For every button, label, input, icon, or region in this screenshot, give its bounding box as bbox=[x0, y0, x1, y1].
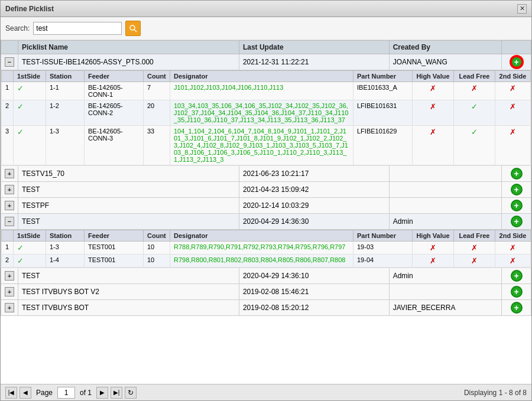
item-count: 7 bbox=[144, 82, 170, 100]
first-page-button[interactable]: |◀ bbox=[5, 387, 17, 399]
item-count: 20 bbox=[144, 100, 170, 126]
created-by-cell: Admin bbox=[389, 268, 501, 284]
expand-cell: + bbox=[1, 268, 18, 284]
item-firstside: ✓ bbox=[14, 126, 46, 165]
picklist-name-cell: TESTPF bbox=[18, 198, 239, 214]
last-update-cell: 2021-04-23 15:09:42 bbox=[239, 182, 389, 198]
expand-button[interactable]: + bbox=[5, 185, 14, 194]
sub-col-leadfree: Lead Free bbox=[454, 230, 495, 242]
picklist-table: Picklist Name Last Update Created By − T… bbox=[1, 40, 531, 316]
refresh-button[interactable]: ↻ bbox=[125, 387, 137, 399]
list-item: 3 ✓ 1-3 BE-142605-CONN-3 33 104_1,104_2,… bbox=[2, 126, 531, 165]
footer: |◀ ◀ Page of 1 ▶ ▶| ↻ Displaying 1 - 8 o… bbox=[1, 384, 531, 400]
add-button[interactable]: + bbox=[511, 200, 523, 211]
add-button[interactable]: + bbox=[511, 286, 523, 298]
expand-button[interactable]: + bbox=[5, 169, 14, 178]
expand-button[interactable]: + bbox=[5, 287, 14, 296]
table-row: + TEST ITVBUYS BOT V2 2019-02-08 15:46:2… bbox=[1, 284, 531, 300]
last-update-cell: 2021-06-23 10:21:17 bbox=[239, 166, 389, 182]
sub-table-row: 1stSide Station Feeder Count Designator … bbox=[1, 230, 531, 268]
picklist-name-cell: TEST ITVBUYS BOT bbox=[18, 300, 239, 316]
next-page-button[interactable]: ▶ bbox=[96, 387, 108, 399]
item-lead-free: ✗ bbox=[454, 82, 495, 100]
expand-button[interactable]: + bbox=[5, 271, 14, 281]
expand-cell: − bbox=[1, 54, 18, 70]
action-cell: + bbox=[502, 268, 531, 284]
svg-line-1 bbox=[134, 30, 137, 32]
item-high-value: ✗ bbox=[413, 100, 454, 126]
sub-col-count: Count bbox=[144, 230, 170, 242]
sub-table: 1stSide Station Feeder Count Designator … bbox=[1, 230, 531, 268]
item-second-side: ✗ bbox=[495, 82, 531, 100]
expand-cell: + bbox=[1, 284, 18, 300]
item-feeder: BE-142605-CONN-3 bbox=[85, 126, 144, 165]
display-count: Displaying 1 - 8 of 8 bbox=[464, 389, 527, 397]
picklist-name-cell: TEST-ISSUE-IBE142605-ASSY_PTS.000 bbox=[18, 54, 239, 70]
created-by-cell bbox=[389, 182, 501, 198]
item-station: 1-1 bbox=[46, 82, 85, 100]
search-icon bbox=[129, 24, 137, 32]
table-row: + TESTPF 2020-12-14 10:03:29 + bbox=[1, 198, 531, 214]
sub-col-feeder: Feeder bbox=[85, 230, 144, 242]
sub-col-leadfree: Lead Free bbox=[454, 71, 495, 82]
expand-cell: − bbox=[1, 214, 18, 230]
page-input[interactable] bbox=[57, 387, 75, 399]
expand-button[interactable]: − bbox=[5, 57, 14, 67]
created-by-cell: JAVIER_BECERRA bbox=[389, 300, 501, 316]
item-station: 1-3 bbox=[46, 126, 85, 165]
add-button[interactable]: + bbox=[511, 184, 523, 195]
expand-button[interactable]: + bbox=[5, 201, 14, 210]
search-button[interactable] bbox=[125, 21, 141, 36]
add-button[interactable]: + bbox=[511, 302, 523, 314]
table-row: + TEST 2021-04-23 15:09:42 + bbox=[1, 182, 531, 198]
item-high-value: ✗ bbox=[413, 242, 454, 255]
created-by-cell bbox=[389, 284, 501, 300]
item-second-side: ✗ bbox=[495, 255, 531, 268]
item-high-value: ✗ bbox=[413, 82, 454, 100]
sub-col-count: Count bbox=[144, 71, 170, 82]
item-count: 33 bbox=[144, 126, 170, 165]
action-cell: + bbox=[502, 166, 531, 182]
expand-button[interactable]: − bbox=[5, 217, 14, 226]
list-item: 2 ✓ 1-2 BE-142605-CONN-2 20 103_34,103_3… bbox=[2, 100, 531, 126]
action-cell: + bbox=[502, 198, 531, 214]
created-by-cell: Admin bbox=[389, 214, 501, 230]
add-button[interactable]: + bbox=[511, 168, 523, 180]
created-by-cell: JOANNA_WANG bbox=[389, 54, 501, 70]
prev-page-button[interactable]: ◀ bbox=[20, 387, 31, 399]
col-expand-header bbox=[1, 41, 18, 54]
sub-table-row: 1stSide Station Feeder Count Designator … bbox=[1, 70, 531, 166]
add-button[interactable]: + bbox=[511, 56, 523, 68]
sub-col-designator: Designator bbox=[170, 71, 353, 82]
list-item: 1 ✓ 1-3 TEST001 10 R788,R789,R790,R791,R… bbox=[2, 242, 531, 255]
last-page-button[interactable]: ▶| bbox=[111, 387, 122, 399]
expand-cell: + bbox=[1, 166, 18, 182]
search-input[interactable] bbox=[33, 22, 122, 35]
last-update-cell: 2020-04-29 14:36:10 bbox=[239, 268, 389, 284]
created-by-cell bbox=[389, 166, 501, 182]
add-button[interactable]: + bbox=[511, 270, 523, 282]
page-label: Page bbox=[36, 389, 53, 397]
picklist-name-cell: TEST bbox=[18, 268, 239, 284]
add-button[interactable]: + bbox=[511, 216, 523, 227]
sub-col-num bbox=[2, 230, 14, 242]
item-designator: 103_34,103_35,106_34,106_35,J102_34,J102… bbox=[170, 100, 353, 126]
item-second-side: ✗ bbox=[495, 242, 531, 255]
last-update-cell: 2019-02-08 15:46:21 bbox=[239, 284, 389, 300]
item-designator: J101,J102,J103,J104,J106,J110,J113 bbox=[170, 82, 353, 100]
close-button[interactable]: ✕ bbox=[517, 4, 527, 14]
action-cell: + bbox=[502, 300, 531, 316]
sub-col-station: Station bbox=[46, 230, 85, 242]
item-second-side: ✗ bbox=[495, 126, 531, 165]
item-designator: 104_1,104_2,104_6,104_7,104_8,104_9,J101… bbox=[170, 126, 353, 165]
item-feeder: TEST001 bbox=[85, 242, 144, 255]
list-item: 1 ✓ 1-1 BE-142605-CONN-1 7 J101,J102,J10… bbox=[2, 82, 531, 100]
table-header: Picklist Name Last Update Created By bbox=[1, 41, 531, 54]
table-body: − TEST-ISSUE-IBE142605-ASSY_PTS.000 2021… bbox=[1, 54, 531, 316]
item-row-num: 3 bbox=[2, 126, 14, 165]
action-cell: + bbox=[502, 214, 531, 230]
item-row-num: 1 bbox=[2, 82, 14, 100]
item-feeder: BE-142605-CONN-1 bbox=[85, 82, 144, 100]
col-picklist-name-header: Picklist Name bbox=[18, 41, 239, 54]
expand-button[interactable]: + bbox=[5, 303, 14, 312]
